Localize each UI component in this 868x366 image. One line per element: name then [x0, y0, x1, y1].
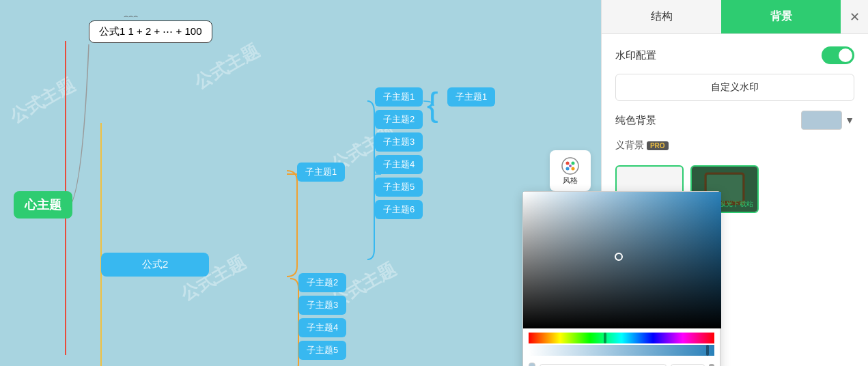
tab-structure[interactable]: 结构	[602, 0, 721, 33]
sub-node-2-4[interactable]: 子主题5	[298, 341, 346, 360]
svg-point-6	[566, 161, 570, 165]
sub-node-r2[interactable]: 子主题2	[375, 110, 423, 129]
watermark-row: 水印配置	[615, 46, 854, 64]
style-label: 风格	[563, 175, 578, 186]
solid-bg-row: 纯色背景 ▼	[615, 111, 854, 130]
color-hex-input[interactable]	[540, 364, 667, 367]
sub-node-r4[interactable]: 子主题4	[375, 155, 423, 174]
pro-badge: PRO	[647, 141, 669, 150]
logo-text: 极光下载站	[719, 199, 753, 209]
bg-section-text: 义背景 PRO	[615, 139, 669, 152]
solid-bg-color-swatch[interactable]	[801, 111, 842, 130]
svg-point-9	[572, 167, 575, 170]
sub-node-2-2[interactable]: 子主题3	[298, 296, 346, 315]
formula-node-1[interactable]: 公式1 1 + 2 + ⋯ + 100 ⌢⌢⌢	[89, 20, 212, 43]
svg-point-7	[572, 161, 575, 165]
center-node[interactable]: 心主题	[14, 191, 72, 219]
sub-node-2-3[interactable]: 子主题4	[298, 318, 346, 337]
sub-node-1-label: 子主题1	[297, 163, 345, 182]
formula-node-2[interactable]: 公式2	[101, 253, 209, 277]
watermark-label: 水印配置	[615, 49, 656, 62]
curly-brace-right: {	[427, 87, 438, 122]
sub-node-r3[interactable]: 子主题3	[375, 132, 423, 152]
formula-node-1-text: 公式1 1 + 2 + ⋯ + 100	[99, 25, 202, 37]
panel-tabs: 结构 背景 ✕	[602, 0, 868, 34]
watermark-2: 公式主题	[190, 38, 264, 94]
color-alpha-bar[interactable]	[529, 345, 714, 356]
dropdown-arrow[interactable]: ▼	[845, 115, 854, 126]
svg-point-8	[566, 167, 570, 170]
color-bottom-row	[523, 358, 720, 366]
color-hue-bar[interactable]	[529, 333, 714, 343]
sub-node-r6[interactable]: 子主题6	[375, 200, 423, 219]
tab-background[interactable]: 背景	[721, 0, 841, 33]
canvas-area[interactable]: 公式主题 公式主题 公式主题 公式主题 公式主题 公式1 1 + 2 + ⋯ +…	[0, 0, 601, 366]
yellow-vertical-line	[100, 123, 102, 348]
close-button[interactable]: ✕	[841, 0, 868, 33]
watermark-toggle[interactable]	[822, 46, 854, 64]
style-icon-box[interactable]: 风格	[550, 150, 591, 191]
sub-node-group-2: 子主题2 子主题3 子主题4 子主题5	[298, 273, 346, 360]
color-preview-swatch	[529, 363, 535, 366]
bg-section-label: 义背景 PRO	[615, 139, 854, 152]
color-cursor[interactable]	[615, 253, 623, 261]
palette-icon	[561, 156, 580, 175]
watermark-1: 公式主题	[5, 72, 79, 128]
overbrace: ⌢⌢⌢	[124, 12, 138, 20]
sub-node-2-1[interactable]: 子主题2	[298, 273, 346, 292]
sub-node-r1[interactable]: 子主题1	[375, 87, 423, 107]
sub-node-far-right[interactable]: 子主题1	[447, 87, 495, 107]
custom-watermark-button[interactable]: 自定义水印	[615, 74, 854, 101]
solid-bg-label: 纯色背景	[615, 114, 656, 127]
svg-point-10	[569, 165, 572, 167]
sub-node-branch1[interactable]: 子主题1	[297, 163, 345, 182]
color-gradient-area[interactable]	[523, 192, 721, 328]
sub-node-r5[interactable]: 子主题5	[375, 178, 423, 197]
sub-node-group-right: 子主题1 子主题2 子主题3 子主题4 子主题5 子主题6	[375, 87, 423, 219]
color-opacity-input[interactable]	[671, 364, 705, 367]
color-picker-popup[interactable]	[522, 191, 720, 366]
